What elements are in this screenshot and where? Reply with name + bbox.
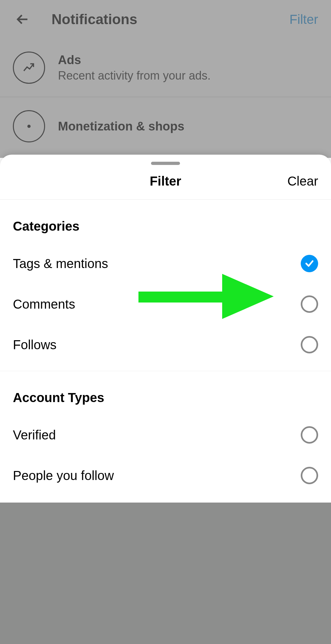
clear-button[interactable]: Clear xyxy=(181,174,318,188)
section-account-types: Account Types Verified People you follow xyxy=(0,371,331,502)
option-verified[interactable]: Verified xyxy=(0,415,331,455)
option-comments[interactable]: Comments xyxy=(0,284,331,324)
sheet-drag-handle[interactable] xyxy=(151,162,180,165)
option-label: Tags & mentions xyxy=(13,256,301,271)
option-people-you-follow[interactable]: People you follow xyxy=(0,455,331,496)
sheet-header: Filter Clear xyxy=(0,165,331,200)
section-title: Account Types xyxy=(0,371,331,415)
radio-unselected-icon[interactable] xyxy=(301,426,318,444)
modal-overlay[interactable] xyxy=(0,0,331,158)
bottom-fill xyxy=(0,503,331,644)
option-follows[interactable]: Follows xyxy=(0,324,331,365)
section-categories: Categories Tags & mentions Comments Foll… xyxy=(0,200,331,371)
option-label: People you follow xyxy=(13,468,301,483)
radio-selected-icon[interactable] xyxy=(301,255,318,272)
option-tags-mentions[interactable]: Tags & mentions xyxy=(0,243,331,284)
section-title: Categories xyxy=(0,200,331,243)
radio-unselected-icon[interactable] xyxy=(301,295,318,313)
option-label: Verified xyxy=(13,428,301,442)
radio-unselected-icon[interactable] xyxy=(301,467,318,484)
radio-unselected-icon[interactable] xyxy=(301,336,318,353)
option-label: Follows xyxy=(13,338,301,352)
option-label: Comments xyxy=(13,297,301,312)
sheet-title: Filter xyxy=(150,174,181,188)
